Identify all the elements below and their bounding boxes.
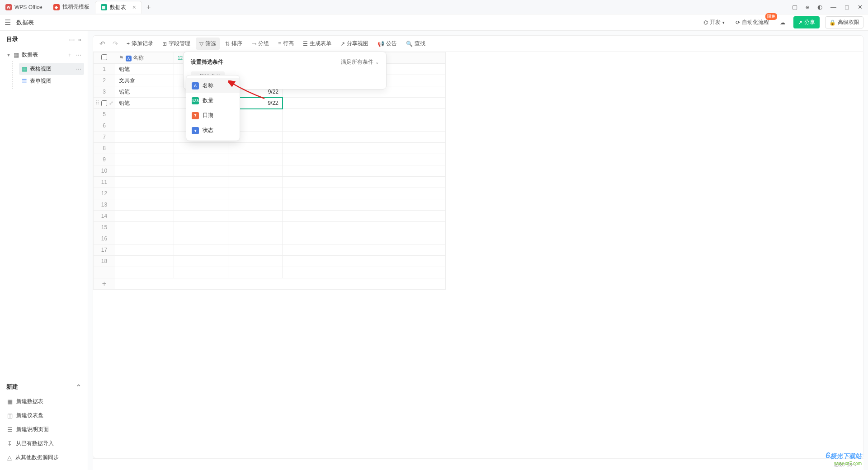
permission-button[interactable]: 🔒 高级权限 [825, 16, 863, 28]
cell[interactable] [228, 222, 283, 233]
select-all-checkbox[interactable] [101, 54, 107, 60]
cell[interactable] [228, 177, 283, 188]
cell[interactable] [228, 165, 283, 177]
add-tab-button[interactable]: + [142, 3, 155, 11]
add-record-button[interactable]: +添加记录 [123, 38, 157, 50]
cell[interactable] [283, 188, 446, 199]
table-row[interactable]: 12 [94, 188, 446, 199]
select-all-header[interactable] [94, 52, 115, 64]
cell[interactable] [283, 165, 446, 177]
cell[interactable] [283, 233, 446, 244]
table-row[interactable]: ⠿⤢铅笔9/22⌄ [94, 98, 446, 109]
gen-form-button[interactable]: ☰生成表单 [299, 38, 335, 50]
dev-button[interactable]: ⌬ 开发 ▾ [701, 17, 727, 28]
cell[interactable] [115, 222, 174, 233]
new-doc-link[interactable]: ☰新建说明页面 [6, 423, 81, 437]
tree-root-data-table[interactable]: ▼ ▦ 数据表 + ⋯ [4, 49, 84, 61]
cell[interactable] [174, 188, 228, 199]
cell[interactable] [228, 188, 283, 199]
cell[interactable] [115, 165, 174, 177]
cell[interactable] [283, 98, 446, 109]
cell[interactable] [174, 233, 228, 244]
table-row[interactable]: 13 [94, 199, 446, 211]
table-row[interactable]: 9 [94, 154, 446, 165]
cell[interactable] [115, 177, 174, 188]
cell[interactable] [115, 188, 174, 199]
cell[interactable] [228, 154, 283, 165]
cell[interactable] [174, 256, 228, 267]
cell[interactable] [174, 211, 228, 222]
expand-icon[interactable]: ⤢ [109, 100, 113, 106]
table-row[interactable]: 11 [94, 177, 446, 188]
undo-button[interactable]: ↶ [97, 38, 108, 50]
cell[interactable] [283, 244, 446, 256]
cell[interactable] [283, 199, 446, 211]
more-icon[interactable]: ⋯ [76, 52, 81, 58]
field-mgmt-button[interactable]: ⊞字段管理 [159, 38, 194, 50]
cell[interactable] [115, 267, 174, 278]
table-row[interactable]: 6 [94, 120, 446, 132]
sidebar-item-form-view[interactable]: ☰ 表单视图 [19, 75, 84, 87]
group-button[interactable]: ▭分组 [248, 38, 273, 50]
cell[interactable] [174, 154, 228, 165]
cell[interactable] [115, 211, 174, 222]
close-button[interactable]: ✕ [858, 4, 863, 10]
cell[interactable] [283, 120, 446, 132]
cell[interactable] [283, 267, 446, 278]
cell[interactable] [228, 256, 283, 267]
table-row[interactable]: 8 [94, 143, 446, 154]
cell[interactable] [283, 109, 446, 120]
share-view-button[interactable]: ↗分享视图 [337, 38, 372, 50]
table-row[interactable]: 7 [94, 132, 446, 143]
field-option-date[interactable]: 7日期 [186, 108, 240, 123]
table-row[interactable]: 15 [94, 222, 446, 233]
automation-button[interactable]: ⟳ 自动化流程 [733, 17, 772, 28]
cell[interactable] [283, 132, 446, 143]
cell[interactable] [283, 222, 446, 233]
row-height-button[interactable]: ≡行高 [274, 38, 297, 50]
new-data-table-link[interactable]: ▦新建数据表 [6, 395, 81, 409]
cell[interactable] [228, 143, 283, 154]
panel-icon[interactable]: ▢ [792, 4, 797, 10]
maximize-button[interactable]: ◻ [844, 4, 849, 10]
table-row-empty[interactable] [94, 267, 446, 278]
menu-icon[interactable]: ☰ [5, 18, 11, 27]
cell-name[interactable]: 文具盒 [115, 75, 174, 86]
field-option-quantity[interactable]: 123数量 [186, 93, 240, 108]
new-dashboard-link[interactable]: ◫新建仪表盘 [6, 409, 81, 423]
cell[interactable] [228, 244, 283, 256]
match-mode-dropdown[interactable]: 满足所有条件 ⌄ [341, 58, 379, 66]
row-actions[interactable]: ⠿⤢ [94, 98, 115, 109]
notice-button[interactable]: 📢公告 [374, 38, 401, 50]
cell[interactable] [115, 143, 174, 154]
cloud-button[interactable]: ☁ [777, 18, 788, 28]
table-row[interactable]: 18 [94, 256, 446, 267]
field-option-status[interactable]: ▾状态 [186, 123, 240, 138]
col-header-name[interactable]: ⚑A 名称 [115, 52, 174, 64]
table-row[interactable]: 17 [94, 244, 446, 256]
sidebar-item-table-view[interactable]: ▦ 表格视图 ⋯ [19, 63, 84, 75]
tab-wps[interactable]: W WPS Office [0, 1, 48, 14]
cell[interactable] [115, 233, 174, 244]
cell[interactable] [228, 267, 283, 278]
sort-button[interactable]: ⇅排序 [222, 38, 246, 50]
drag-icon[interactable]: ⠿ [95, 100, 99, 106]
import-data-link[interactable]: ↧从已有数据导入 [6, 437, 81, 451]
table-row[interactable]: 5 [94, 109, 446, 120]
cell[interactable] [283, 211, 446, 222]
cell[interactable] [228, 199, 283, 211]
cell[interactable] [174, 222, 228, 233]
cell-name[interactable]: 铅笔 [115, 64, 174, 75]
cell[interactable] [115, 132, 174, 143]
cell[interactable] [174, 244, 228, 256]
cell[interactable] [283, 256, 446, 267]
more-icon[interactable]: ⋯ [76, 66, 81, 72]
find-button[interactable]: 🔍查找 [402, 38, 429, 50]
cell[interactable] [174, 267, 228, 278]
cell[interactable] [174, 199, 228, 211]
redo-button[interactable]: ↷ [110, 38, 121, 50]
field-option-name[interactable]: A名称 [186, 78, 240, 93]
tab-data-table[interactable]: ▦ 数据表 × [95, 1, 142, 14]
cell[interactable] [283, 143, 446, 154]
table-row[interactable]: 14 [94, 211, 446, 222]
